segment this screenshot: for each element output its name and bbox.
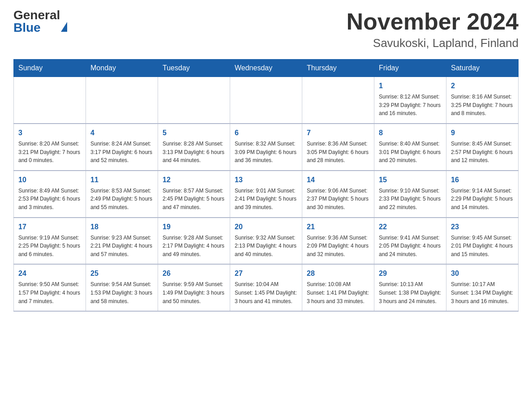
calendar-day-cell: 24Sunrise: 9:50 AM Sunset: 1:57 PM Dayli… — [14, 264, 86, 311]
calendar-day-cell: 1Sunrise: 8:12 AM Sunset: 3:29 PM Daylig… — [374, 77, 446, 124]
day-info: Sunrise: 9:14 AM Sunset: 2:29 PM Dayligh… — [451, 187, 514, 212]
calendar-day-cell — [86, 77, 158, 124]
logo: General Blue — [13, 9, 67, 34]
calendar-day-cell — [158, 77, 230, 124]
day-info: Sunrise: 8:49 AM Sunset: 2:53 PM Dayligh… — [18, 187, 81, 212]
calendar-day-cell: 27Sunrise: 10:04 AM Sunset: 1:45 PM Dayl… — [230, 264, 302, 311]
day-number: 30 — [451, 268, 514, 279]
day-number: 10 — [18, 175, 81, 185]
calendar-week-row: 1Sunrise: 8:12 AM Sunset: 3:29 PM Daylig… — [14, 77, 519, 124]
calendar-day-cell: 2Sunrise: 8:16 AM Sunset: 3:25 PM Daylig… — [446, 77, 519, 124]
location-title: Savukoski, Lapland, Finland — [347, 36, 519, 50]
day-info: Sunrise: 9:23 AM Sunset: 2:21 PM Dayligh… — [90, 234, 153, 259]
day-number: 1 — [379, 81, 442, 91]
title-section: November 2024 Savukoski, Lapland, Finlan… — [347, 9, 519, 50]
calendar-day-cell: 26Sunrise: 9:59 AM Sunset: 1:49 PM Dayli… — [158, 264, 230, 311]
day-number: 18 — [90, 222, 153, 232]
calendar-day-cell: 20Sunrise: 9:32 AM Sunset: 2:13 PM Dayli… — [230, 218, 302, 265]
calendar-day-cell: 9Sunrise: 8:45 AM Sunset: 2:57 PM Daylig… — [446, 124, 519, 171]
calendar-day-cell: 10Sunrise: 8:49 AM Sunset: 2:53 PM Dayli… — [14, 171, 86, 218]
day-info: Sunrise: 8:53 AM Sunset: 2:49 PM Dayligh… — [90, 187, 153, 212]
calendar-day-cell: 19Sunrise: 9:28 AM Sunset: 2:17 PM Dayli… — [158, 218, 230, 265]
calendar-week-row: 3Sunrise: 8:20 AM Sunset: 3:21 PM Daylig… — [14, 124, 519, 171]
day-number: 28 — [307, 268, 369, 279]
day-number: 7 — [307, 128, 369, 138]
day-number: 2 — [451, 81, 514, 91]
day-number: 13 — [235, 175, 297, 185]
calendar-day-cell — [302, 77, 374, 124]
month-title: November 2024 — [347, 9, 519, 34]
day-info: Sunrise: 8:12 AM Sunset: 3:29 PM Dayligh… — [379, 93, 442, 118]
calendar-day-cell: 5Sunrise: 8:28 AM Sunset: 3:13 PM Daylig… — [158, 124, 230, 171]
calendar-day-cell: 25Sunrise: 9:54 AM Sunset: 1:53 PM Dayli… — [86, 264, 158, 311]
day-number: 19 — [163, 222, 225, 232]
calendar-day-cell: 7Sunrise: 8:36 AM Sunset: 3:05 PM Daylig… — [302, 124, 374, 171]
day-number: 25 — [90, 268, 153, 279]
day-info: Sunrise: 10:08 AM Sunset: 1:41 PM Daylig… — [307, 280, 369, 305]
logo-general-text: General — [13, 9, 67, 21]
day-number: 15 — [379, 175, 442, 185]
calendar-table: SundayMondayTuesdayWednesdayThursdayFrid… — [13, 59, 519, 312]
day-number: 8 — [379, 128, 442, 138]
day-info: Sunrise: 8:40 AM Sunset: 3:01 PM Dayligh… — [379, 140, 442, 165]
calendar-day-cell — [230, 77, 302, 124]
day-number: 12 — [163, 175, 225, 185]
calendar-day-cell: 18Sunrise: 9:23 AM Sunset: 2:21 PM Dayli… — [86, 218, 158, 265]
calendar-day-cell: 23Sunrise: 9:45 AM Sunset: 2:01 PM Dayli… — [446, 218, 519, 265]
calendar-day-cell: 22Sunrise: 9:41 AM Sunset: 2:05 PM Dayli… — [374, 218, 446, 265]
day-info: Sunrise: 9:10 AM Sunset: 2:33 PM Dayligh… — [379, 187, 442, 212]
day-number: 26 — [163, 268, 225, 279]
day-number: 20 — [235, 222, 297, 232]
day-info: Sunrise: 8:36 AM Sunset: 3:05 PM Dayligh… — [307, 140, 369, 165]
day-info: Sunrise: 9:50 AM Sunset: 1:57 PM Dayligh… — [18, 280, 81, 305]
calendar-day-cell: 13Sunrise: 9:01 AM Sunset: 2:41 PM Dayli… — [230, 171, 302, 218]
day-header-wednesday: Wednesday — [230, 60, 302, 77]
day-info: Sunrise: 10:17 AM Sunset: 1:34 PM Daylig… — [451, 280, 514, 305]
calendar-day-cell: 6Sunrise: 8:32 AM Sunset: 3:09 PM Daylig… — [230, 124, 302, 171]
day-header-saturday: Saturday — [446, 60, 519, 77]
day-info: Sunrise: 10:04 AM Sunset: 1:45 PM Daylig… — [235, 280, 297, 305]
day-header-tuesday: Tuesday — [158, 60, 230, 77]
day-info: Sunrise: 9:32 AM Sunset: 2:13 PM Dayligh… — [235, 234, 297, 259]
day-number: 11 — [90, 175, 153, 185]
calendar-day-cell: 28Sunrise: 10:08 AM Sunset: 1:41 PM Dayl… — [302, 264, 374, 311]
calendar-day-cell: 12Sunrise: 8:57 AM Sunset: 2:45 PM Dayli… — [158, 171, 230, 218]
day-header-sunday: Sunday — [14, 60, 86, 77]
calendar-body: 1Sunrise: 8:12 AM Sunset: 3:29 PM Daylig… — [14, 77, 519, 311]
calendar-day-cell: 3Sunrise: 8:20 AM Sunset: 3:21 PM Daylig… — [14, 124, 86, 171]
day-info: Sunrise: 8:20 AM Sunset: 3:21 PM Dayligh… — [18, 140, 81, 165]
calendar-day-cell: 4Sunrise: 8:24 AM Sunset: 3:17 PM Daylig… — [86, 124, 158, 171]
calendar-header: SundayMondayTuesdayWednesdayThursdayFrid… — [14, 60, 519, 77]
day-info: Sunrise: 8:57 AM Sunset: 2:45 PM Dayligh… — [163, 187, 225, 212]
day-number: 4 — [90, 128, 153, 138]
day-info: Sunrise: 9:01 AM Sunset: 2:41 PM Dayligh… — [235, 187, 297, 212]
logo-triangle-icon — [61, 8, 67, 32]
day-info: Sunrise: 9:06 AM Sunset: 2:37 PM Dayligh… — [307, 187, 369, 212]
calendar-day-cell: 11Sunrise: 8:53 AM Sunset: 2:49 PM Dayli… — [86, 171, 158, 218]
day-info: Sunrise: 9:19 AM Sunset: 2:25 PM Dayligh… — [18, 234, 81, 259]
calendar-day-cell: 21Sunrise: 9:36 AM Sunset: 2:09 PM Dayli… — [302, 218, 374, 265]
day-header-thursday: Thursday — [302, 60, 374, 77]
day-info: Sunrise: 8:28 AM Sunset: 3:13 PM Dayligh… — [163, 140, 225, 165]
day-number: 16 — [451, 175, 514, 185]
day-number: 24 — [18, 268, 81, 279]
day-info: Sunrise: 8:16 AM Sunset: 3:25 PM Dayligh… — [451, 93, 514, 118]
day-number: 6 — [235, 128, 297, 138]
calendar-day-cell: 17Sunrise: 9:19 AM Sunset: 2:25 PM Dayli… — [14, 218, 86, 265]
calendar-week-row: 10Sunrise: 8:49 AM Sunset: 2:53 PM Dayli… — [14, 171, 519, 218]
day-info: Sunrise: 8:45 AM Sunset: 2:57 PM Dayligh… — [451, 140, 514, 165]
page-header: General Blue November 2024 Savukoski, La… — [13, 9, 519, 50]
calendar-day-cell: 16Sunrise: 9:14 AM Sunset: 2:29 PM Dayli… — [446, 171, 519, 218]
day-info: Sunrise: 8:24 AM Sunset: 3:17 PM Dayligh… — [90, 140, 153, 165]
calendar-day-cell: 15Sunrise: 9:10 AM Sunset: 2:33 PM Dayli… — [374, 171, 446, 218]
day-info: Sunrise: 9:45 AM Sunset: 2:01 PM Dayligh… — [451, 234, 514, 259]
calendar-day-cell: 8Sunrise: 8:40 AM Sunset: 3:01 PM Daylig… — [374, 124, 446, 171]
day-info: Sunrise: 9:59 AM Sunset: 1:49 PM Dayligh… — [163, 280, 225, 305]
calendar-week-row: 17Sunrise: 9:19 AM Sunset: 2:25 PM Dayli… — [14, 218, 519, 265]
day-number: 14 — [307, 175, 369, 185]
day-header-friday: Friday — [374, 60, 446, 77]
day-header-row: SundayMondayTuesdayWednesdayThursdayFrid… — [14, 60, 519, 77]
day-info: Sunrise: 9:41 AM Sunset: 2:05 PM Dayligh… — [379, 234, 442, 259]
day-info: Sunrise: 9:54 AM Sunset: 1:53 PM Dayligh… — [90, 280, 153, 305]
day-number: 5 — [163, 128, 225, 138]
